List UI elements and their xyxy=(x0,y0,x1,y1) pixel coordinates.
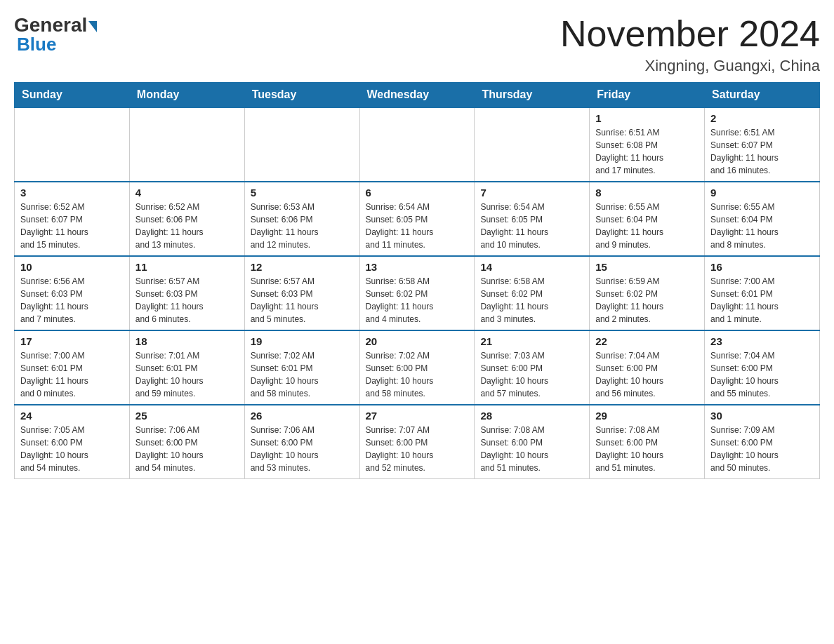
day-cell: 25Sunrise: 7:06 AM Sunset: 6:00 PM Dayli… xyxy=(129,405,244,479)
day-number: 27 xyxy=(366,410,469,422)
day-cell: 22Sunrise: 7:04 AM Sunset: 6:00 PM Dayli… xyxy=(590,330,705,405)
week-row-4: 17Sunrise: 7:00 AM Sunset: 6:01 PM Dayli… xyxy=(15,330,820,405)
day-cell: 29Sunrise: 7:08 AM Sunset: 6:00 PM Dayli… xyxy=(590,405,705,479)
day-info: Sunrise: 7:06 AM Sunset: 6:00 PM Dayligh… xyxy=(251,424,354,474)
location-title: Xingning, Guangxi, China xyxy=(560,57,820,75)
logo: General Blue xyxy=(14,14,97,55)
day-cell: 23Sunrise: 7:04 AM Sunset: 6:00 PM Dayli… xyxy=(705,330,820,405)
day-cell: 5Sunrise: 6:53 AM Sunset: 6:06 PM Daylig… xyxy=(244,182,359,256)
day-cell: 1Sunrise: 6:51 AM Sunset: 6:08 PM Daylig… xyxy=(590,107,705,182)
column-header-tuesday: Tuesday xyxy=(244,83,359,108)
day-number: 5 xyxy=(251,187,354,199)
day-number: 8 xyxy=(595,187,699,199)
week-row-1: 1Sunrise: 6:51 AM Sunset: 6:08 PM Daylig… xyxy=(15,107,820,182)
day-cell: 26Sunrise: 7:06 AM Sunset: 6:00 PM Dayli… xyxy=(244,405,359,479)
day-number: 21 xyxy=(480,335,583,347)
day-cell: 3Sunrise: 6:52 AM Sunset: 6:07 PM Daylig… xyxy=(15,182,130,256)
day-number: 18 xyxy=(135,335,239,347)
day-number: 28 xyxy=(480,410,583,422)
day-number: 24 xyxy=(20,410,124,422)
day-cell: 17Sunrise: 7:00 AM Sunset: 6:01 PM Dayli… xyxy=(15,330,130,405)
day-cell: 18Sunrise: 7:01 AM Sunset: 6:01 PM Dayli… xyxy=(129,330,244,405)
day-info: Sunrise: 6:55 AM Sunset: 6:04 PM Dayligh… xyxy=(595,201,699,251)
day-cell: 19Sunrise: 7:02 AM Sunset: 6:01 PM Dayli… xyxy=(244,330,359,405)
day-number: 15 xyxy=(595,261,699,273)
column-header-sunday: Sunday xyxy=(15,83,130,108)
day-cell xyxy=(359,107,475,182)
day-info: Sunrise: 7:02 AM Sunset: 6:01 PM Dayligh… xyxy=(251,349,354,400)
day-info: Sunrise: 6:53 AM Sunset: 6:06 PM Dayligh… xyxy=(251,201,354,251)
column-header-wednesday: Wednesday xyxy=(359,83,475,108)
day-cell xyxy=(129,107,244,182)
day-number: 23 xyxy=(710,335,814,347)
day-info: Sunrise: 6:51 AM Sunset: 6:08 PM Dayligh… xyxy=(595,126,699,177)
day-number: 30 xyxy=(710,410,814,422)
day-info: Sunrise: 7:05 AM Sunset: 6:00 PM Dayligh… xyxy=(20,424,124,474)
day-number: 7 xyxy=(480,187,583,199)
day-info: Sunrise: 7:08 AM Sunset: 6:00 PM Dayligh… xyxy=(480,424,583,474)
title-section: November 2024 Xingning, Guangxi, China xyxy=(560,14,820,75)
day-cell: 11Sunrise: 6:57 AM Sunset: 6:03 PM Dayli… xyxy=(129,256,244,330)
day-info: Sunrise: 7:04 AM Sunset: 6:00 PM Dayligh… xyxy=(710,349,814,400)
week-row-5: 24Sunrise: 7:05 AM Sunset: 6:00 PM Dayli… xyxy=(15,405,820,479)
logo-blue-text: Blue xyxy=(17,34,56,55)
day-info: Sunrise: 6:59 AM Sunset: 6:02 PM Dayligh… xyxy=(595,275,699,326)
day-number: 20 xyxy=(366,335,469,347)
day-number: 13 xyxy=(366,261,469,273)
day-info: Sunrise: 6:52 AM Sunset: 6:06 PM Dayligh… xyxy=(135,201,239,251)
day-info: Sunrise: 7:00 AM Sunset: 6:01 PM Dayligh… xyxy=(710,275,814,326)
day-cell: 27Sunrise: 7:07 AM Sunset: 6:00 PM Dayli… xyxy=(359,405,475,479)
day-cell: 12Sunrise: 6:57 AM Sunset: 6:03 PM Dayli… xyxy=(244,256,359,330)
day-cell: 24Sunrise: 7:05 AM Sunset: 6:00 PM Dayli… xyxy=(15,405,130,479)
day-info: Sunrise: 7:04 AM Sunset: 6:00 PM Dayligh… xyxy=(595,349,699,400)
column-header-friday: Friday xyxy=(590,83,705,108)
day-number: 11 xyxy=(135,261,239,273)
column-header-thursday: Thursday xyxy=(475,83,590,108)
day-info: Sunrise: 6:54 AM Sunset: 6:05 PM Dayligh… xyxy=(480,201,583,251)
day-cell: 7Sunrise: 6:54 AM Sunset: 6:05 PM Daylig… xyxy=(475,182,590,256)
day-info: Sunrise: 6:57 AM Sunset: 6:03 PM Dayligh… xyxy=(251,275,354,326)
day-cell: 15Sunrise: 6:59 AM Sunset: 6:02 PM Dayli… xyxy=(590,256,705,330)
day-number: 3 xyxy=(20,187,124,199)
day-info: Sunrise: 7:08 AM Sunset: 6:00 PM Dayligh… xyxy=(595,424,699,474)
day-info: Sunrise: 6:58 AM Sunset: 6:02 PM Dayligh… xyxy=(480,275,583,326)
day-info: Sunrise: 7:07 AM Sunset: 6:00 PM Dayligh… xyxy=(366,424,469,474)
day-number: 9 xyxy=(710,187,814,199)
day-info: Sunrise: 7:09 AM Sunset: 6:00 PM Dayligh… xyxy=(710,424,814,474)
day-cell: 2Sunrise: 6:51 AM Sunset: 6:07 PM Daylig… xyxy=(705,107,820,182)
day-number: 26 xyxy=(251,410,354,422)
day-number: 19 xyxy=(251,335,354,347)
day-number: 29 xyxy=(595,410,699,422)
day-number: 4 xyxy=(135,187,239,199)
week-row-2: 3Sunrise: 6:52 AM Sunset: 6:07 PM Daylig… xyxy=(15,182,820,256)
day-cell: 9Sunrise: 6:55 AM Sunset: 6:04 PM Daylig… xyxy=(705,182,820,256)
column-header-saturday: Saturday xyxy=(705,83,820,108)
logo-arrow-icon xyxy=(88,21,97,32)
day-cell xyxy=(15,107,130,182)
month-title: November 2024 xyxy=(560,14,820,54)
day-info: Sunrise: 7:02 AM Sunset: 6:00 PM Dayligh… xyxy=(366,349,469,400)
day-info: Sunrise: 6:51 AM Sunset: 6:07 PM Dayligh… xyxy=(710,126,814,177)
day-cell: 13Sunrise: 6:58 AM Sunset: 6:02 PM Dayli… xyxy=(359,256,475,330)
day-info: Sunrise: 6:55 AM Sunset: 6:04 PM Dayligh… xyxy=(710,201,814,251)
day-cell: 8Sunrise: 6:55 AM Sunset: 6:04 PM Daylig… xyxy=(590,182,705,256)
day-info: Sunrise: 6:57 AM Sunset: 6:03 PM Dayligh… xyxy=(135,275,239,326)
day-info: Sunrise: 7:00 AM Sunset: 6:01 PM Dayligh… xyxy=(20,349,124,400)
day-cell: 6Sunrise: 6:54 AM Sunset: 6:05 PM Daylig… xyxy=(359,182,475,256)
week-row-3: 10Sunrise: 6:56 AM Sunset: 6:03 PM Dayli… xyxy=(15,256,820,330)
day-number: 10 xyxy=(20,261,124,273)
day-info: Sunrise: 6:54 AM Sunset: 6:05 PM Dayligh… xyxy=(366,201,469,251)
day-number: 14 xyxy=(480,261,583,273)
day-number: 2 xyxy=(710,112,814,124)
calendar-header-row: SundayMondayTuesdayWednesdayThursdayFrid… xyxy=(15,83,820,108)
day-cell: 30Sunrise: 7:09 AM Sunset: 6:00 PM Dayli… xyxy=(705,405,820,479)
day-info: Sunrise: 6:52 AM Sunset: 6:07 PM Dayligh… xyxy=(20,201,124,251)
day-cell: 14Sunrise: 6:58 AM Sunset: 6:02 PM Dayli… xyxy=(475,256,590,330)
day-info: Sunrise: 7:06 AM Sunset: 6:00 PM Dayligh… xyxy=(135,424,239,474)
day-number: 16 xyxy=(710,261,814,273)
calendar-table: SundayMondayTuesdayWednesdayThursdayFrid… xyxy=(14,82,820,479)
day-cell: 28Sunrise: 7:08 AM Sunset: 6:00 PM Dayli… xyxy=(475,405,590,479)
day-info: Sunrise: 6:58 AM Sunset: 6:02 PM Dayligh… xyxy=(366,275,469,326)
page-header: General Blue November 2024 Xingning, Gua… xyxy=(14,14,820,75)
day-cell: 21Sunrise: 7:03 AM Sunset: 6:00 PM Dayli… xyxy=(475,330,590,405)
